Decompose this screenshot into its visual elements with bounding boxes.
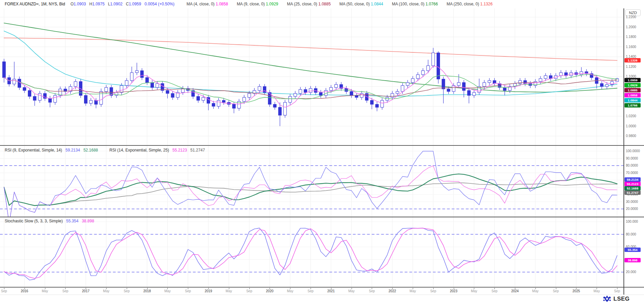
quote-field: L1.0902	[108, 2, 122, 6]
chart-header[interactable]: FOREX AUDNZD=, 1M, NYS, BidO1.0903H1.097…	[0, 0, 627, 8]
quote-field: 0.0054 (+0.50%)	[145, 2, 174, 6]
rsi-legend-text: 51.2747	[190, 148, 205, 153]
y-axis-tick-label: 1.1800	[626, 35, 636, 39]
x-axis-tick-label: 2017	[82, 289, 89, 293]
x-axis-tick-label: Sep	[369, 289, 375, 293]
x-axis-tick-label: Sep	[1, 289, 7, 293]
x-axis-tick-label: Sep	[308, 289, 314, 293]
rsi-panel[interactable]	[0, 146, 623, 217]
quote-field: H1.0975	[89, 2, 105, 6]
y-axis-tick-label: 80.0000	[626, 164, 638, 167]
rsi-legend-text: 55.2123	[172, 148, 187, 153]
x-axis-tick-label: May	[594, 289, 600, 293]
x-axis-tick-label: May	[348, 289, 355, 293]
time-axis[interactable]: Sep2016MaySep2017MaySep2018MaySep2019May…	[0, 287, 623, 295]
x-axis-tick-label: Sep	[491, 289, 497, 293]
ma-legend-item[interactable]: MA (100, close, 0) 1.0766	[392, 2, 438, 6]
price-axis[interactable]: NZD 1.22001.20001.18001.16001.14001.1200…	[624, 0, 644, 304]
x-axis-tick-label: 2022	[389, 289, 396, 293]
x-axis-tick-label: 2016	[21, 289, 28, 293]
x-axis-tick-label: Sep	[62, 289, 68, 293]
axis-value-badge: 1.0959	[625, 78, 641, 82]
rsi-legend-text: 52.1688	[83, 148, 98, 153]
axis-value-badge: 1.0766	[625, 103, 641, 107]
quote-field: C1.0959	[126, 2, 141, 6]
y-axis-tick-label: 100.000	[626, 220, 638, 223]
ma-legend-item[interactable]: MA (9, close, 0) 1.0929	[237, 2, 278, 6]
y-axis-tick-label: 90.0000	[626, 157, 638, 160]
ma-legend-item[interactable]: MA (50, close, 0) 1.0844	[339, 2, 383, 6]
axis-value-badge: 1.0885	[625, 88, 641, 92]
y-axis-tick-label: 1.0200	[626, 114, 636, 118]
bottom-border	[0, 295, 644, 295]
x-axis-tick-label: May	[164, 289, 171, 293]
axis-value-badge: 1.0844	[625, 98, 641, 102]
lseg-logo: LSEG	[603, 295, 630, 303]
y-axis-tick-label: 20.000	[626, 270, 636, 274]
stoch-legend-text: Stochastic Slow (5, 3, 3, Simple)	[5, 219, 63, 223]
y-axis-tick-label: 1.2200	[626, 15, 636, 19]
x-axis-tick-label: May	[532, 289, 538, 293]
axis-value-badge: 51.2747	[625, 190, 641, 195]
x-axis-tick-label: 2020	[266, 289, 273, 293]
quote-field: O1.0903	[71, 2, 86, 6]
rsi-legend-text: RSI (9, Exponential, Simple, 14)	[5, 148, 62, 153]
stoch-legend-text: 38.898	[82, 219, 94, 223]
x-axis-tick-label: 2021	[327, 289, 335, 293]
x-axis-tick-label: May	[287, 289, 293, 293]
charting-app: FOREX AUDNZD=, 1M, NYS, BidO1.0903H1.097…	[0, 0, 644, 304]
rsi-legend-text: RSI (14, Exponential, Simple, 25)	[110, 148, 169, 153]
axis-value-badge: 1.0929	[625, 83, 641, 87]
y-axis-tick-label: 1.1600	[626, 45, 636, 49]
axis-value-badge: 55.354	[625, 248, 641, 252]
y-axis-tick-label: 1.0000	[626, 124, 636, 128]
y-axis-tick-label: 20.0000	[626, 207, 638, 211]
lseg-crest-icon	[603, 295, 611, 303]
axis-value-badge: 1.0858	[625, 93, 641, 97]
axis-value-badge: 59.2134	[625, 177, 641, 182]
lseg-logo-text: LSEG	[613, 296, 630, 302]
x-axis-tick-label: 2018	[143, 289, 151, 293]
ma-legend-item[interactable]: MA (250, close, 0) 1.1326	[447, 2, 493, 6]
x-axis-tick-label: 2019	[205, 289, 212, 293]
x-axis-tick-label: May	[42, 289, 48, 293]
x-axis-tick-label: Sep	[614, 289, 620, 293]
x-axis-tick-label: Sep	[185, 289, 191, 293]
x-axis-tick-label: 2023	[450, 289, 457, 293]
instrument-title: FOREX AUDNZD=, 1M, NYS, Bid	[5, 2, 65, 6]
x-axis-tick-label: May	[410, 289, 416, 293]
x-axis-tick-label: Sep	[553, 289, 559, 293]
x-axis-tick-label: 2024	[511, 289, 519, 293]
rsi-legend[interactable]: RSI (9, Exponential, Simple, 14)59.21345…	[5, 148, 208, 153]
axis-value-badge: 52.1688	[625, 186, 641, 190]
axis-value-badge: 38.898	[625, 258, 641, 262]
x-axis-tick-label: 2025	[572, 289, 580, 293]
ma-legend-item[interactable]: MA (25, close, 0) 1.0885	[287, 2, 331, 6]
axis-value-badge: 1.1326	[625, 58, 641, 62]
x-axis-tick-label: Sep	[430, 289, 436, 293]
y-axis-tick-label: 80.000	[626, 232, 636, 236]
x-axis-tick-label: Sep	[124, 289, 130, 293]
panel-divider[interactable]	[0, 217, 644, 217]
y-axis-tick-label: 70.0000	[626, 171, 638, 175]
panel-divider[interactable]	[0, 145, 644, 146]
x-axis-tick-label: Sep	[246, 289, 252, 293]
y-axis-tick-label: 30.0000	[626, 200, 638, 204]
ma-legend-item[interactable]: MA (4, close, 0) 1.0858	[187, 2, 228, 6]
rsi-legend-text: 59.2134	[66, 148, 80, 153]
y-axis-tick-label: 100.0000	[626, 149, 640, 153]
y-axis-tick-label: 1.2000	[626, 25, 636, 29]
x-axis-tick-label: May	[226, 289, 232, 293]
stochastic-panel[interactable]	[0, 217, 623, 287]
stochastic-legend[interactable]: Stochastic Slow (5, 3, 3, Simple)55.3543…	[5, 219, 97, 223]
y-axis-tick-label: 0.9800	[626, 134, 636, 138]
x-axis-tick-label: May	[103, 289, 110, 293]
price-panel[interactable]	[0, 8, 623, 145]
y-axis-tick-label: 1.1200	[626, 65, 636, 69]
stoch-legend-text: 55.354	[66, 219, 79, 223]
x-axis-tick-label: May	[471, 289, 477, 293]
axis-value-badge: 55.2123	[625, 182, 641, 186]
